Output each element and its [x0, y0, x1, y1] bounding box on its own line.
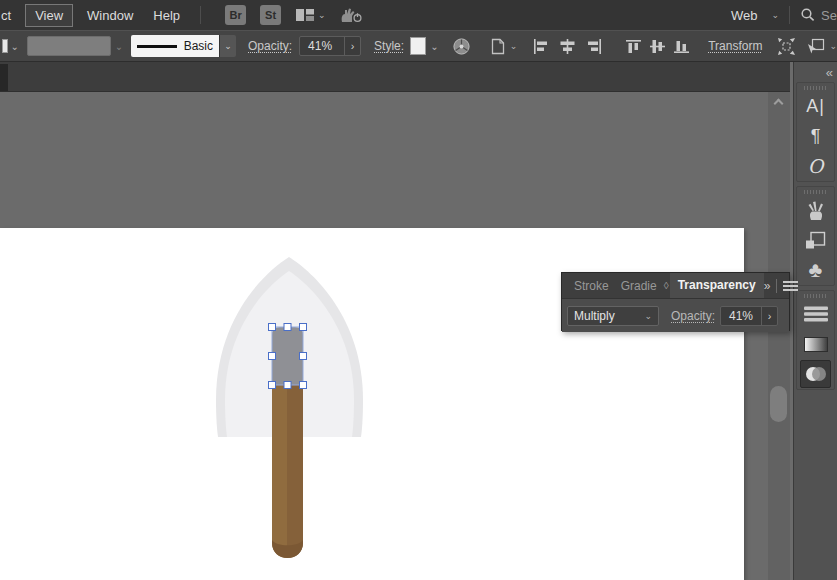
collapse-panel-button[interactable]: »	[764, 279, 771, 293]
stroke-panel-button[interactable]	[797, 299, 834, 329]
chevron-down-icon: ⌄	[219, 35, 236, 57]
menu-bar: ct View Window Help Br St ⌄ Web ⌄	[0, 0, 837, 30]
brushes-panel-icon	[805, 199, 827, 221]
workspace-switcher[interactable]: Web	[721, 4, 768, 27]
recolor-artwork-button[interactable]	[453, 38, 470, 55]
tab-stroke[interactable]: Stroke	[568, 279, 615, 293]
fill-color-swatch[interactable]	[2, 39, 8, 53]
align-group	[533, 39, 689, 54]
document-setup-icon	[490, 38, 506, 55]
brush-stroke-preview	[137, 45, 177, 48]
document-setup-button[interactable]: ⌄	[490, 38, 518, 55]
blend-mode-dropdown[interactable]: Multiply ⌄	[567, 306, 659, 326]
gradient-panel-icon	[804, 337, 828, 352]
selected-ferrule	[272, 327, 303, 385]
chevron-right-icon[interactable]: ›	[761, 307, 777, 325]
bridge-button[interactable]: Br	[225, 5, 246, 25]
scroll-up-arrow-icon[interactable]	[775, 98, 783, 106]
brush-definition-dropdown[interactable]: Basic ⌄	[131, 35, 236, 57]
transform-link[interactable]: Transform	[708, 39, 762, 53]
transparency-panel: Stroke Gradie ◊ Transparency » Multiply …	[561, 272, 790, 331]
menubar-separator	[789, 6, 790, 24]
panel-menu-icon[interactable]	[783, 279, 798, 293]
menu-item-view[interactable]: View	[25, 4, 73, 27]
align-right-icon[interactable]	[585, 39, 602, 54]
chevron-down-icon: ⌄	[644, 311, 652, 321]
panel-opacity-stepper[interactable]: 41% ›	[720, 306, 778, 326]
align-vcenter-icon[interactable]	[650, 39, 665, 54]
stroke-profile-swatch[interactable]	[27, 36, 111, 56]
opentype-panel-icon: O	[808, 155, 824, 177]
document-tab-strip	[0, 62, 790, 92]
isolate-selected-object-button[interactable]	[777, 38, 796, 55]
opacity-value[interactable]: 41%	[300, 39, 344, 53]
vertical-scrollbar[interactable]	[768, 92, 790, 580]
align-top-icon[interactable]	[626, 39, 641, 54]
panel-dock: « A| ¶ O	[793, 62, 837, 580]
symbols-panel-icon: ♣	[809, 258, 823, 282]
menu-item-object[interactable]: ct	[0, 4, 21, 27]
stock-button[interactable]: St	[260, 5, 281, 25]
recolor-artwork-icon	[453, 38, 470, 55]
shovel-handle	[272, 380, 303, 558]
menu-item-help[interactable]: Help	[143, 4, 190, 27]
search-icon	[800, 7, 816, 23]
blend-mode-value: Multiply	[574, 309, 615, 323]
chevron-down-icon: ⌄	[772, 10, 780, 20]
brush-definition-label: Basic	[184, 39, 213, 53]
control-bar: ⌄ ⌄ Basic ⌄ Opacity: 41% › Style: ⌄	[0, 30, 837, 62]
tab-transparency[interactable]: Transparency	[670, 273, 764, 298]
panel-divider	[776, 279, 777, 293]
tab-gradient[interactable]: Gradie	[615, 279, 663, 293]
panel-body: Multiply ⌄ Opacity: 41% ›	[562, 299, 789, 332]
search-placeholder: Se	[821, 8, 837, 23]
chevron-down-icon[interactable]: ⌄	[11, 41, 19, 52]
graphic-style-swatch[interactable]	[410, 37, 426, 55]
style-label[interactable]: Style:	[374, 39, 404, 53]
select-similar-objects-button[interactable]: ⌄	[806, 38, 837, 55]
menu-item-window[interactable]: Window	[77, 4, 143, 27]
tab-divider-icon: ◊	[664, 280, 669, 291]
character-panel-icon: A|	[806, 96, 825, 117]
symbols-panel-button[interactable]: ♣	[797, 255, 834, 285]
chevron-down-icon: ⌄	[318, 10, 326, 20]
panel-opacity-value[interactable]: 41%	[721, 309, 761, 323]
brushes-panel-button[interactable]	[797, 195, 834, 225]
arrange-documents-icon	[296, 8, 314, 22]
panel-tab-bar: Stroke Gradie ◊ Transparency »	[562, 273, 789, 299]
pathfinder-panel-button[interactable]	[797, 225, 834, 255]
isolate-selected-object-icon	[777, 38, 796, 55]
opacity-label[interactable]: Opacity:	[248, 39, 292, 53]
character-panel-button[interactable]: A|	[797, 91, 834, 121]
transparency-panel-button[interactable]	[800, 360, 831, 388]
arrange-documents-button[interactable]: ⌄	[296, 8, 326, 22]
dock-group-objects: ♣	[796, 186, 835, 286]
gradient-panel-button[interactable]	[797, 329, 834, 359]
chevron-right-icon[interactable]: ›	[344, 37, 360, 55]
tab-notch	[0, 64, 8, 91]
select-similar-objects-icon	[806, 38, 825, 55]
chevron-down-icon: ⌄	[829, 41, 837, 51]
stroke-panel-icon	[804, 306, 828, 322]
paragraph-panel-button[interactable]: ¶	[797, 121, 834, 151]
chevron-down-icon[interactable]: ⌄	[430, 41, 438, 52]
align-bottom-icon[interactable]	[674, 39, 689, 54]
opentype-panel-button[interactable]: O	[797, 151, 834, 181]
search-field[interactable]: Se	[800, 7, 837, 23]
align-left-icon[interactable]	[533, 39, 550, 54]
scrollbar-thumb[interactable]	[770, 386, 787, 422]
transparency-panel-icon	[804, 365, 828, 383]
paragraph-panel-icon: ¶	[811, 126, 821, 147]
opacity-stepper[interactable]: 41% ›	[299, 36, 361, 56]
align-center-icon[interactable]	[559, 39, 576, 54]
chevron-down-icon: ⌄	[510, 41, 518, 51]
menubar-separator	[200, 6, 201, 24]
shovel-artwork[interactable]	[195, 250, 385, 570]
panel-opacity-label[interactable]: Opacity:	[671, 309, 715, 323]
touch-workspace-button[interactable]	[338, 7, 362, 24]
dock-group-appearance	[796, 290, 835, 390]
pathfinder-panel-icon	[804, 230, 827, 251]
chevron-down-icon[interactable]: ⌄	[115, 41, 123, 52]
dock-group-type: A| ¶ O	[796, 82, 835, 182]
expand-panels-button[interactable]: «	[826, 65, 831, 80]
